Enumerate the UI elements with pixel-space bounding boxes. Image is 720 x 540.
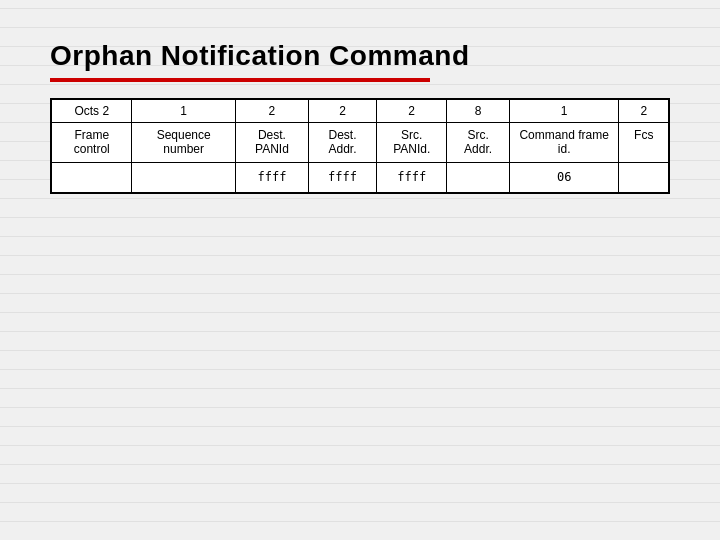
header-col-7: 2 <box>619 99 669 123</box>
label-col-7: Fcs <box>619 123 669 163</box>
page-title: Orphan Notification Command <box>50 40 670 72</box>
label-col-4: Src. PANId. <box>376 123 446 163</box>
value-col-7 <box>619 163 669 193</box>
label-col-0: Frame control <box>51 123 132 163</box>
header-col-1: 1 <box>132 99 235 123</box>
value-col-5 <box>447 163 509 193</box>
label-col-3: Dest. Addr. <box>309 123 377 163</box>
value-col-3: ffff <box>309 163 377 193</box>
frame-table: Octs 2 1 2 2 2 8 1 2 Frame control Seque… <box>50 98 670 194</box>
header-col-3: 2 <box>309 99 377 123</box>
value-col-6: 06 <box>509 163 619 193</box>
header-row: Octs 2 1 2 2 2 8 1 2 <box>51 99 669 123</box>
label-row: Frame control Sequence number Dest. PANI… <box>51 123 669 163</box>
label-col-2: Dest. PANId <box>235 123 308 163</box>
value-col-2: ffff <box>235 163 308 193</box>
header-col-4: 2 <box>376 99 446 123</box>
page: Orphan Notification Command Octs 2 1 2 2… <box>0 0 720 234</box>
value-col-0 <box>51 163 132 193</box>
value-col-4: ffff <box>376 163 446 193</box>
value-row: ffff ffff ffff 06 <box>51 163 669 193</box>
header-col-0: Octs 2 <box>51 99 132 123</box>
label-col-1: Sequence number <box>132 123 235 163</box>
header-col-6: 1 <box>509 99 619 123</box>
header-col-5: 8 <box>447 99 509 123</box>
value-col-1 <box>132 163 235 193</box>
label-col-5: Src. Addr. <box>447 123 509 163</box>
label-col-6: Command frame id. <box>509 123 619 163</box>
header-col-2: 2 <box>235 99 308 123</box>
title-underline <box>50 78 430 82</box>
